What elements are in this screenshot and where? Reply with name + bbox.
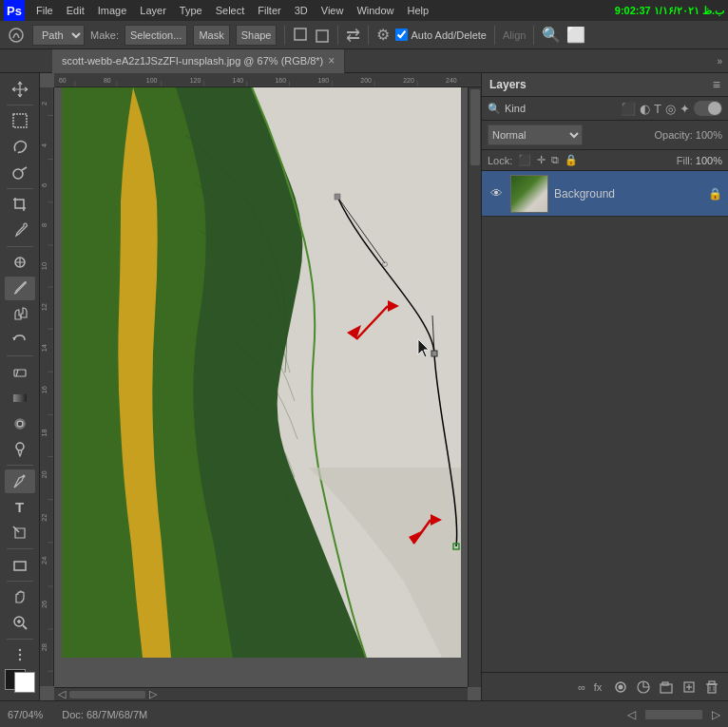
menu-type[interactable]: Type [174,3,208,18]
menu-filter[interactable]: Filter [252,3,286,18]
layers-search-row: 🔍 Kind ⬛ ◐ T ◎ ✦ [482,97,728,121]
svg-text:8: 8 [41,223,48,227]
svg-text:12: 12 [41,303,48,311]
pixel-filter-icon[interactable]: ⬛ [621,102,636,116]
path-ops-icon2[interactable] [313,27,330,44]
canvas-area: 60 80 100 120 140 160 180 200 220 240 [40,73,481,700]
background-color[interactable] [14,672,35,693]
menu-select[interactable]: Select [210,3,251,18]
type-tool[interactable]: T [5,495,35,519]
shape-filter-icon[interactable]: ◎ [665,102,676,116]
svg-rect-93 [708,684,716,693]
svg-point-9 [17,421,23,427]
menu-view[interactable]: View [316,3,350,18]
quick-select-tool[interactable] [5,161,35,184]
lasso-tool[interactable] [5,135,35,159]
tab-expand-icon[interactable]: » [717,56,722,67]
progress-bar [645,710,702,719]
fill-value[interactable]: 100% [696,155,722,166]
add-mask-btn[interactable] [610,677,631,698]
path-selection-tool[interactable] [5,521,35,545]
lock-artboards-icon[interactable]: ⧉ [551,154,559,166]
filter-toggle[interactable] [694,101,722,116]
rectangular-marquee-tool[interactable] [5,109,35,133]
type-filter-icon[interactable]: T [654,102,661,116]
hand-tool[interactable] [5,585,35,609]
canvas-inner [62,87,461,658]
zoom-level: 67/04% [8,709,43,720]
clone-stamp-tool[interactable] [5,302,35,326]
zoom-tool[interactable] [5,611,35,635]
svg-text:220: 220 [403,76,414,83]
lock-pixels-icon[interactable]: ⬛ [518,154,531,166]
extra-tools[interactable] [5,643,35,667]
layers-bottom-toolbar: ∞ fx [482,672,728,700]
document-tab[interactable]: scott-webb-eA2z1JSzZFI-unsplash.jpg @ 67… [52,49,345,73]
lock-all-icon[interactable]: 🔒 [565,154,578,166]
selection-button[interactable]: Selection... [125,25,187,46]
blur-tool[interactable] [5,411,35,435]
blend-mode-row: Normal Opacity: 100% [482,121,728,150]
lock-position-icon[interactable]: ✛ [537,154,546,166]
adjustment-filter-icon[interactable]: ◐ [640,102,650,116]
dodge-tool[interactable] [5,437,35,461]
rectangle-tool[interactable] [5,553,35,577]
menu-window[interactable]: Window [351,3,399,18]
canvas-container[interactable] [54,87,468,686]
svg-text:140: 140 [233,76,244,83]
arrangement-icon[interactable]: ⇄ [346,25,360,46]
menu-file[interactable]: File [30,3,59,18]
svg-point-4 [13,169,23,179]
brush-tool[interactable] [5,277,35,300]
expand-icon[interactable]: ⬜ [566,26,585,44]
gradient-tool[interactable] [5,386,35,410]
new-adjustment-layer-btn[interactable] [633,677,654,698]
pen-tool[interactable] [5,469,35,493]
delete-layer-btn[interactable] [701,677,722,698]
menu-edit[interactable]: Edit [61,3,90,18]
layer-item-background[interactable]: 👁 Background 🔒 [482,171,728,217]
next-nav-btn[interactable]: ▷ [712,708,720,721]
blend-mode-select[interactable]: Normal [488,124,583,145]
mask-button[interactable]: Mask [193,25,229,46]
scroll-right-btn[interactable]: ▷ [149,688,157,700]
shape-button[interactable]: Shape [236,25,278,46]
smart-filter-icon[interactable]: ✦ [680,102,690,116]
crop-tool[interactable] [5,193,35,217]
horizontal-scrollbar[interactable]: ◁ ▷ [54,687,468,700]
svg-text:28: 28 [41,643,48,651]
path-ops-icon1[interactable] [293,27,310,44]
add-layer-style-btn[interactable]: fx [587,677,608,698]
auto-add-delete-checkbox[interactable] [395,29,408,41]
search-icon[interactable]: 🔍 [542,26,561,44]
new-group-btn[interactable] [656,677,677,698]
svg-rect-2 [316,30,328,42]
lock-row: Lock: ⬛ ✛ ⧉ 🔒 Fill: 100% [482,150,728,171]
menu-image[interactable]: Image [92,3,133,18]
layers-panel-menu[interactable]: ≡ [713,77,720,92]
svg-point-10 [16,443,24,450]
prev-nav-btn[interactable]: ◁ [627,708,636,721]
svg-point-17 [18,649,20,651]
doc-info: Doc: 68/7M/68/7M [62,709,147,720]
svg-rect-1 [295,29,306,40]
path-mode-select[interactable]: Path [32,25,85,46]
menu-layer[interactable]: Layer [134,3,172,18]
settings-icon[interactable]: ⚙ [376,26,390,44]
healing-brush-tool[interactable] [5,251,35,275]
tab-close-button[interactable]: × [328,54,335,67]
opacity-value[interactable]: 100% [696,129,722,141]
vertical-scrollbar[interactable] [468,87,481,687]
layer-visibility-toggle[interactable]: 👁 [488,185,505,202]
canvas-image[interactable] [62,87,461,658]
scroll-left-btn[interactable]: ◁ [58,688,66,700]
menu-help[interactable]: Help [402,3,435,18]
move-tool[interactable] [5,77,35,101]
menu-3d[interactable]: 3D [289,3,314,18]
new-layer-btn[interactable] [679,677,699,698]
history-brush-tool[interactable] [5,328,35,352]
eraser-tool[interactable] [5,360,35,384]
link-layers-btn[interactable]: ∞ [578,681,585,693]
color-swatches[interactable] [5,669,35,693]
eyedropper-tool[interactable] [5,219,35,242]
